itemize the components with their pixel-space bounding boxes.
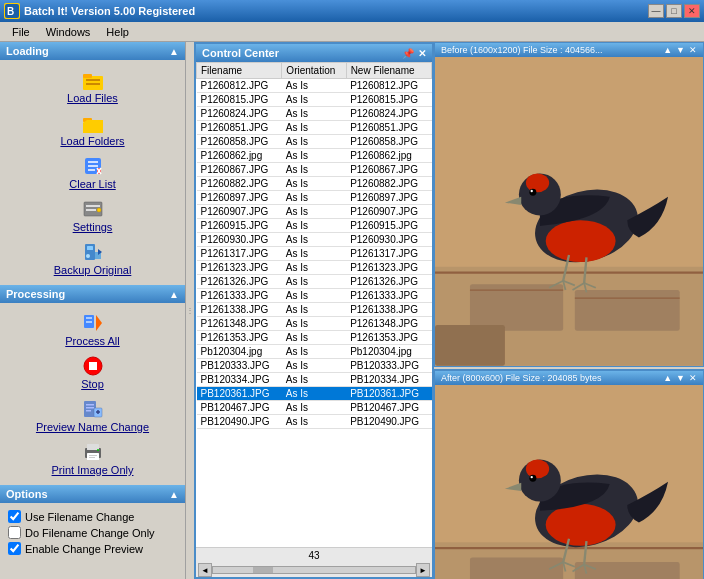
table-row[interactable]: P1261338.JPG As Is P1261338.JPG — [197, 303, 432, 317]
cell-new-filename: P1260862.jpg — [346, 149, 431, 163]
before-preview-title: Before (1600x1200) File Size : 404566... — [441, 45, 603, 55]
minimize-button[interactable]: — — [648, 4, 664, 18]
table-row[interactable]: PB120490.JPG As Is PB120490.JPG — [197, 415, 432, 429]
table-row[interactable]: P1260862.jpg As Is P1260862.jpg — [197, 149, 432, 163]
table-row[interactable]: PB120333.JPG As Is PB120333.JPG — [197, 359, 432, 373]
options-collapse-icon[interactable]: ▲ — [169, 489, 179, 500]
scroll-right-button[interactable]: ► — [416, 563, 430, 577]
table-row[interactable]: P1260851.JPG As Is P1260851.JPG — [197, 121, 432, 135]
cc-pin-icon[interactable]: 📌 — [402, 48, 414, 59]
before-close-icon[interactable]: ✕ — [689, 45, 697, 55]
cell-new-filename: P1260867.JPG — [346, 163, 431, 177]
after-close-icon[interactable]: ✕ — [689, 373, 697, 383]
after-preview-image-container — [435, 385, 703, 579]
load-files-button[interactable]: Load Files — [4, 66, 181, 107]
table-row[interactable]: P1260907.JPG As Is P1260907.JPG — [197, 205, 432, 219]
before-preview-section: Before (1600x1200) File Size : 404566...… — [434, 42, 704, 367]
cell-new-filename: P1261323.JPG — [346, 261, 431, 275]
sidebar-divider: ⋮ — [186, 42, 194, 579]
use-filename-change-checkbox[interactable] — [8, 510, 21, 523]
process-all-icon — [82, 312, 104, 334]
cell-orientation: As Is — [282, 191, 346, 205]
svg-rect-23 — [86, 321, 92, 323]
do-filename-change-only-checkbox[interactable] — [8, 526, 21, 539]
processing-section-header[interactable]: Processing ▲ — [0, 285, 185, 303]
cell-new-filename: P1261326.JPG — [346, 275, 431, 289]
table-row[interactable]: P1261323.JPG As Is P1261323.JPG — [197, 261, 432, 275]
title-bar: B Batch It! Version 5.00 Registered — □ … — [0, 0, 704, 22]
table-row[interactable]: Pb120304.jpg As Is Pb120304.jpg — [197, 345, 432, 359]
stop-button[interactable]: Stop — [4, 352, 181, 393]
options-section-header[interactable]: Options ▲ — [0, 485, 185, 503]
table-row[interactable]: P1261353.JPG As Is P1261353.JPG — [197, 331, 432, 345]
control-center-title: Control Center — [202, 47, 279, 59]
table-row[interactable]: P1260867.JPG As Is P1260867.JPG — [197, 163, 432, 177]
after-up-icon[interactable]: ▲ — [663, 373, 672, 383]
scrollbar-track[interactable] — [212, 566, 416, 574]
after-down-icon[interactable]: ▼ — [676, 373, 685, 383]
close-button[interactable]: ✕ — [684, 4, 700, 18]
svg-rect-36 — [89, 455, 97, 456]
cc-close-icon[interactable]: ✕ — [418, 48, 426, 59]
print-image-only-button[interactable]: Print Image Only — [4, 438, 181, 479]
menu-file[interactable]: File — [4, 24, 38, 40]
scroll-left-button[interactable]: ◄ — [198, 563, 212, 577]
svg-rect-35 — [87, 453, 99, 460]
table-row[interactable]: P1261326.JPG As Is P1261326.JPG — [197, 275, 432, 289]
before-preview-icons: ▲ ▼ ✕ — [663, 45, 697, 55]
svg-rect-4 — [86, 79, 100, 81]
table-row[interactable]: P1260915.JPG As Is P1260915.JPG — [197, 219, 432, 233]
cell-filename: PB120333.JPG — [197, 359, 282, 373]
table-row[interactable]: PB120361.JPG As Is PB120361.JPG — [197, 387, 432, 401]
cell-orientation: As Is — [282, 107, 346, 121]
table-row[interactable]: P1261348.JPG As Is P1261348.JPG — [197, 317, 432, 331]
do-filename-change-only-label: Do Filename Change Only — [25, 527, 155, 539]
cell-orientation: As Is — [282, 331, 346, 345]
preview-name-change-button[interactable]: Preview Name Change — [4, 395, 181, 436]
menu-windows[interactable]: Windows — [38, 24, 99, 40]
table-row[interactable]: P1260858.JPG As Is P1260858.JPG — [197, 135, 432, 149]
cell-new-filename: PB120334.JPG — [346, 373, 431, 387]
table-row[interactable]: P1260815.JPG As Is P1260815.JPG — [197, 93, 432, 107]
table-row[interactable]: P1261317.JPG As Is P1261317.JPG — [197, 247, 432, 261]
table-row[interactable]: PB120467.JPG As Is PB120467.JPG — [197, 401, 432, 415]
cell-orientation: As Is — [282, 233, 346, 247]
table-row[interactable]: P1260812.JPG As Is P1260812.JPG — [197, 79, 432, 93]
table-scrollbar[interactable]: ◄ ► — [196, 563, 432, 577]
sidebar: Loading ▲ Load Files Load Folders — [0, 42, 186, 579]
menu-help[interactable]: Help — [98, 24, 137, 40]
load-folders-button[interactable]: Load Folders — [4, 109, 181, 150]
table-row[interactable]: P1260897.JPG As Is P1260897.JPG — [197, 191, 432, 205]
cell-filename: P1261348.JPG — [197, 317, 282, 331]
table-row[interactable]: P1261333.JPG As Is P1261333.JPG — [197, 289, 432, 303]
scrollbar-thumb[interactable] — [253, 567, 273, 573]
svg-point-71 — [531, 476, 533, 478]
cell-new-filename: P1260851.JPG — [346, 121, 431, 135]
cell-filename: P1260882.JPG — [197, 177, 282, 191]
process-all-button[interactable]: Process All — [4, 309, 181, 350]
before-down-icon[interactable]: ▼ — [676, 45, 685, 55]
processing-collapse-icon[interactable]: ▲ — [169, 289, 179, 300]
after-preview-title: After (800x600) File Size : 204085 bytes — [441, 373, 602, 383]
cell-new-filename: P1260812.JPG — [346, 79, 431, 93]
clear-list-button[interactable]: Clear List — [4, 152, 181, 193]
loading-collapse-icon[interactable]: ▲ — [169, 46, 179, 57]
maximize-button[interactable]: □ — [666, 4, 682, 18]
svg-rect-64 — [575, 562, 680, 579]
enable-change-preview-checkbox[interactable] — [8, 542, 21, 555]
before-up-icon[interactable]: ▲ — [663, 45, 672, 55]
backup-original-button[interactable]: Backup Original — [4, 238, 181, 279]
svg-point-69 — [526, 459, 549, 478]
table-row[interactable]: P1260882.JPG As Is P1260882.JPG — [197, 177, 432, 191]
loading-section-header[interactable]: Loading ▲ — [0, 42, 185, 60]
cell-orientation: As Is — [282, 247, 346, 261]
settings-button[interactable]: Settings — [4, 195, 181, 236]
svg-rect-25 — [89, 362, 97, 370]
table-row[interactable]: P1260824.JPG As Is P1260824.JPG — [197, 107, 432, 121]
table-row[interactable]: P1260930.JPG As Is P1260930.JPG — [197, 233, 432, 247]
cell-orientation: As Is — [282, 345, 346, 359]
table-row[interactable]: PB120334.JPG As Is PB120334.JPG — [197, 373, 432, 387]
file-table[interactable]: Filename Orientation New Filename P12608… — [196, 62, 432, 547]
svg-point-20 — [86, 254, 90, 258]
svg-point-70 — [529, 474, 536, 481]
